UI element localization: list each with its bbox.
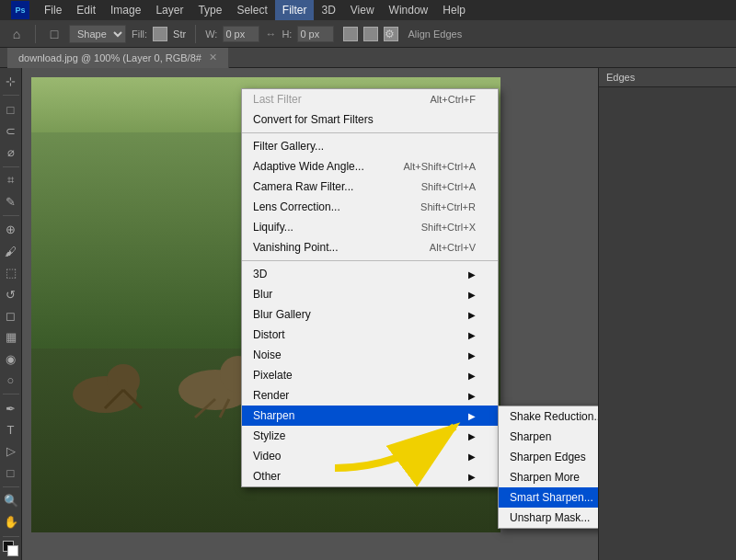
fill-value: Str <box>173 29 186 40</box>
document-tab[interactable]: download.jpg @ 100% (Layer 0, RGB/8# ✕ <box>7 48 229 68</box>
tool-crop[interactable]: ⌗ <box>1 171 21 190</box>
menu-3d[interactable]: 3D <box>314 0 342 20</box>
menu-item-convert-smart[interactable]: Convert for Smart Filters <box>242 109 498 130</box>
menu-ps[interactable]: Ps <box>4 0 37 20</box>
w-label: W: <box>205 29 217 40</box>
menu-item-liquify[interactable]: Liquify... Shift+Ctrl+X <box>242 217 498 237</box>
menu-item-sharpen-edges[interactable]: Sharpen Edges <box>499 447 598 467</box>
menu-view[interactable]: View <box>343 0 382 20</box>
tool-marquee[interactable]: □ <box>1 99 21 119</box>
menu-item-video[interactable]: Video ▶ <box>242 446 498 466</box>
menu-edit[interactable]: Edit <box>69 0 103 20</box>
canvas-area: Last Filter Alt+Ctrl+F Convert for Smart… <box>22 68 598 560</box>
menu-item-noise[interactable]: Noise ▶ <box>242 345 498 365</box>
menu-item-blur[interactable]: Blur ▶ <box>242 284 498 304</box>
menu-item-smart-sharpen[interactable]: Smart Sharpen... <box>499 487 598 508</box>
shape-icon: □ <box>45 25 63 43</box>
toolbar-divider-5 <box>3 486 19 487</box>
ps-icon: Ps <box>11 1 29 19</box>
tab-bar: download.jpg @ 100% (Layer 0, RGB/8# ✕ <box>0 48 736 68</box>
fill-color-swatch[interactable] <box>153 27 167 41</box>
menu-item-sharpen[interactable]: Sharpen <box>499 427 598 447</box>
tool-blur[interactable]: ◉ <box>1 349 21 369</box>
menu-item-unsharp-mask[interactable]: Unsharp Mask... <box>499 508 598 528</box>
right-panel-header: Edges <box>599 68 736 87</box>
options-bar: ⌂ □ Shape Fill: Str W: ↔ H: ⚙ Align Edge… <box>0 20 736 48</box>
toolbar-divider-4 <box>3 394 19 394</box>
menu-item-camera-raw[interactable]: Camera Raw Filter... Shift+Ctrl+A <box>242 177 498 197</box>
menu-divider-2 <box>242 260 498 261</box>
tool-path-select[interactable]: ▷ <box>1 441 21 461</box>
tool-healing[interactable]: ⊕ <box>1 220 21 239</box>
shape-select[interactable]: Shape <box>69 25 126 43</box>
settings-icon[interactable]: ⚙ <box>384 27 398 41</box>
menu-item-blur-gallery[interactable]: Blur Gallery ▶ <box>242 304 498 325</box>
sharpen-submenu: Shake Reduction... Sharpen Sharpen Edges… <box>498 406 598 529</box>
menu-layer[interactable]: Layer <box>148 0 190 20</box>
toolbar-divider-1 <box>3 95 19 96</box>
tool-gradient[interactable]: ▦ <box>1 327 21 347</box>
menu-item-distort[interactable]: Distort ▶ <box>242 325 498 345</box>
tool-lasso[interactable]: ⊂ <box>1 121 21 141</box>
toolbar-divider-6 <box>3 536 19 537</box>
right-panel: Edges <box>598 68 736 560</box>
menu-item-sharpen[interactable]: Sharpen ▶ Shake Reduction... Sharpen Sha… <box>242 406 498 426</box>
menu-filter[interactable]: Filter <box>275 0 315 20</box>
menu-item-sharpen-more[interactable]: Sharpen More <box>499 467 598 487</box>
tool-hand[interactable]: ✋ <box>1 512 21 531</box>
menu-item-lens-correction[interactable]: Lens Correction... Shift+Ctrl+R <box>242 197 498 217</box>
home-icon[interactable]: ⌂ <box>7 25 26 43</box>
close-tab-icon[interactable]: ✕ <box>209 51 217 63</box>
tool-shape[interactable]: □ <box>1 463 21 483</box>
menu-item-other[interactable]: Other ▶ <box>242 466 498 486</box>
menu-help[interactable]: Help <box>435 0 473 20</box>
tool-quick-select[interactable]: ⌀ <box>1 143 21 162</box>
menu-item-render[interactable]: Render ▶ <box>242 385 498 406</box>
svg-point-1 <box>107 364 140 397</box>
menu-bar: Ps File Edit Image Layer Type Select Fil… <box>0 0 736 20</box>
fill-label: Fill: <box>132 29 147 40</box>
tool-eraser[interactable]: ◻ <box>1 306 21 326</box>
width-input[interactable] <box>223 26 259 42</box>
tool-pen[interactable]: ✒ <box>1 398 21 417</box>
menu-item-adaptive-wide[interactable]: Adaptive Wide Angle... Alt+Shift+Ctrl+A <box>242 156 498 177</box>
menu-item-pixelate[interactable]: Pixelate ▶ <box>242 365 498 385</box>
filter-menu: Last Filter Alt+Ctrl+F Convert for Smart… <box>241 88 499 487</box>
toolbar-divider-2 <box>3 166 19 167</box>
main-layout: ⊹ □ ⊂ ⌀ ⌗ ✎ ⊕ 🖌 ⬚ ↺ ◻ ▦ ◉ ○ ✒ T ▷ □ 🔍 ✋ <box>0 68 736 560</box>
toolbar-divider-3 <box>3 215 19 216</box>
left-toolbar: ⊹ □ ⊂ ⌀ ⌗ ✎ ⊕ 🖌 ⬚ ↺ ◻ ▦ ◉ ○ ✒ T ▷ □ 🔍 ✋ <box>0 68 22 560</box>
menu-file[interactable]: File <box>37 0 69 20</box>
align-icon1[interactable] <box>343 27 358 41</box>
menu-item-shake-reduction[interactable]: Shake Reduction... <box>499 406 598 427</box>
menu-item-last-filter[interactable]: Last Filter Alt+Ctrl+F <box>242 89 498 109</box>
menu-item-filter-gallery[interactable]: Filter Gallery... <box>242 136 498 156</box>
tool-dodge[interactable]: ○ <box>1 371 21 390</box>
menu-image[interactable]: Image <box>103 0 148 20</box>
tool-history-brush[interactable]: ↺ <box>1 284 21 303</box>
menu-divider-1 <box>242 132 498 133</box>
align-icon2[interactable] <box>363 27 378 41</box>
tool-eyedropper[interactable]: ✎ <box>1 192 21 211</box>
tool-brush[interactable]: 🖌 <box>1 242 21 261</box>
menu-item-vanishing-point[interactable]: Vanishing Point... Alt+Ctrl+V <box>242 237 498 257</box>
menu-item-3d[interactable]: 3D ▶ <box>242 264 498 284</box>
tool-move[interactable]: ⊹ <box>1 72 21 91</box>
align-edges-label: Align Edges <box>408 29 462 40</box>
tool-zoom[interactable]: 🔍 <box>1 491 21 510</box>
tool-type[interactable]: T <box>1 420 21 440</box>
menu-select[interactable]: Select <box>229 0 274 20</box>
h-label: H: <box>282 29 292 40</box>
tool-clone[interactable]: ⬚ <box>1 263 21 282</box>
menu-type[interactable]: Type <box>190 0 229 20</box>
height-input[interactable] <box>297 26 334 42</box>
menu-window[interactable]: Window <box>382 0 436 20</box>
foreground-background-colors[interactable] <box>3 541 19 557</box>
menu-item-stylize[interactable]: Stylize ▶ <box>242 426 498 446</box>
